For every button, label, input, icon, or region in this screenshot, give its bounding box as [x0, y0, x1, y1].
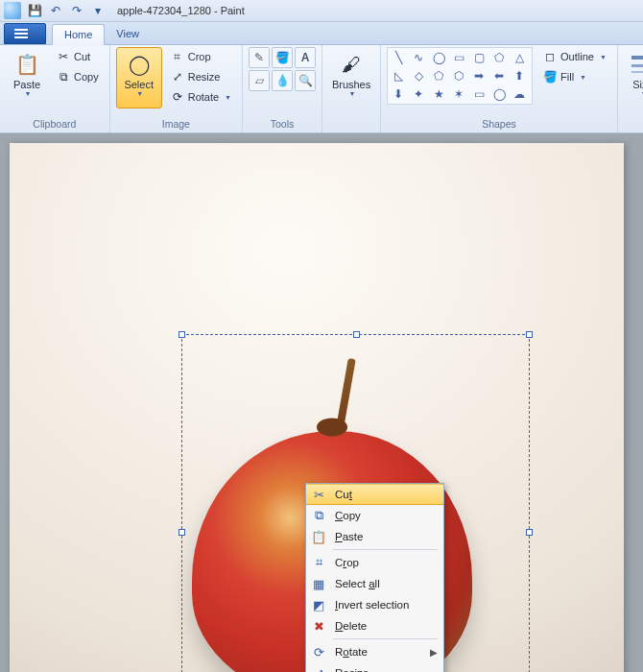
color-picker-tool[interactable]: 💧 — [272, 70, 293, 91]
rotate-label: Rotate — [188, 91, 219, 103]
group-tools: ✎ 🪣 A ▱ 💧 🔍 Tools — [243, 45, 322, 132]
shape-diamond[interactable]: ◇ — [410, 68, 427, 84]
chevron-right-icon: ▶ — [430, 647, 438, 658]
save-button[interactable]: 💾 — [25, 2, 44, 19]
ctx-paste-label: Paste — [335, 531, 363, 542]
ctx-invert-selection-label: Invert selection — [335, 599, 409, 611]
paste-button[interactable]: 📋 Paste ▼ — [6, 47, 48, 108]
handle-nw[interactable] — [179, 331, 185, 338]
group-title-image: Image — [162, 117, 190, 132]
shape-fill-button[interactable]: 🪣 Fill ▼ — [538, 67, 611, 86]
pencil-tool[interactable]: ✎ — [249, 47, 270, 68]
window-title: apple-472304_1280 - Paint — [117, 5, 245, 16]
context-menu: ✂ Cut ⧉ Copy 📋 Paste ⌗ Crop ▦ Select all… — [305, 483, 444, 672]
chevron-down-icon: ▼ — [136, 90, 143, 97]
tab-view[interactable]: View — [105, 23, 151, 44]
magnifier-tool[interactable]: 🔍 — [295, 70, 316, 91]
ctx-rotate[interactable]: ⟳ Rotate ▶ — [306, 641, 443, 662]
ctx-crop[interactable]: ⌗ Crop — [306, 552, 443, 573]
handle-n[interactable] — [353, 331, 360, 338]
chevron-down-icon: ▼ — [25, 90, 32, 97]
rotate-button[interactable]: ⟳ Rotate ▼ — [166, 87, 236, 107]
handle-e[interactable] — [526, 529, 533, 536]
undo-button[interactable]: ↶ — [46, 2, 65, 19]
select-all-icon: ▦ — [310, 577, 327, 591]
resize-icon: ⤢ — [310, 666, 327, 673]
fill-tool[interactable]: 🪣 — [272, 47, 293, 68]
select-button[interactable]: ◯ Select ▼ — [116, 47, 162, 108]
shape-oval[interactable]: ◯ — [430, 50, 447, 65]
rotate-icon: ⟳ — [310, 645, 327, 660]
redo-button[interactable]: ↷ — [67, 2, 86, 19]
shape-arrowr[interactable]: ➡ — [470, 68, 488, 84]
shape-pentagon[interactable]: ⬠ — [430, 68, 447, 84]
app-icon — [4, 2, 21, 19]
shape-6star[interactable]: ✶ — [450, 86, 467, 102]
chevron-down-icon: ▼ — [30, 31, 36, 37]
shape-curve[interactable]: ∿ — [410, 50, 427, 65]
shape-polygon[interactable]: ⬠ — [490, 50, 508, 65]
group-title-shapes: Shapes — [482, 117, 516, 132]
shape-arrowl[interactable]: ⬅ — [490, 68, 508, 84]
shape-callout[interactable]: ▭ — [470, 86, 488, 102]
shape-cloud[interactable]: ☁ — [511, 86, 528, 102]
canvas[interactable]: ✂ Cut ⧉ Copy 📋 Paste ⌗ Crop ▦ Select all… — [10, 143, 624, 672]
shape-arrowu[interactable]: ⬆ — [511, 68, 528, 84]
scissors-icon: ✂ — [57, 50, 70, 63]
shape-triangle[interactable]: △ — [511, 50, 528, 65]
outline-icon: ◻ — [543, 50, 557, 63]
shape-rect[interactable]: ▭ — [450, 50, 467, 65]
copy-button[interactable]: ⧉ Copy — [52, 67, 104, 86]
shape-roundrect[interactable]: ▢ — [470, 50, 488, 65]
copy-label: Copy — [74, 71, 99, 83]
shape-gallery[interactable]: ╲ ∿ ◯ ▭ ▢ ⬠ △ ◺ ◇ ⬠ ⬡ ➡ ⬅ ⬆ ⬇ ✦ ★ ✶ ▭ ◯ — [387, 47, 533, 105]
cut-button[interactable]: ✂ Cut — [52, 47, 104, 66]
shape-rtriangle[interactable]: ◺ — [390, 68, 407, 84]
brushes-button[interactable]: 🖌 Brushes ▼ — [328, 47, 374, 108]
clipboard-icon: 📋 — [13, 50, 40, 79]
shape-hexagon[interactable]: ⬡ — [450, 68, 467, 84]
resize-icon: ⤢ — [171, 70, 184, 84]
handle-w[interactable] — [179, 529, 185, 536]
eraser-tool[interactable]: ▱ — [249, 70, 270, 91]
resize-button[interactable]: ⤢ Resize — [166, 67, 236, 86]
ctx-resize[interactable]: ⤢ Resize — [306, 662, 443, 672]
shape-line[interactable]: ╲ — [390, 50, 407, 65]
canvas-area[interactable]: ✂ Cut ⧉ Copy 📋 Paste ⌗ Crop ▦ Select all… — [0, 133, 643, 672]
ctx-delete[interactable]: ✖ Delete — [306, 615, 443, 636]
ctx-cut[interactable]: ✂ Cut — [306, 484, 443, 505]
ctx-select-all[interactable]: ▦ Select all — [306, 573, 443, 594]
shape-5star[interactable]: ★ — [430, 86, 447, 102]
shape-4star[interactable]: ✦ — [410, 86, 427, 102]
ctx-invert-selection[interactable]: ◩ Invert selection — [306, 594, 443, 615]
group-title-tools: Tools — [271, 117, 295, 132]
shape-arrowd[interactable]: ⬇ — [390, 86, 407, 102]
shape-outline-button[interactable]: ◻ Outline ▼ — [538, 47, 611, 66]
cut-label: Cut — [74, 51, 90, 62]
crop-label: Crop — [188, 51, 211, 62]
menu-icon — [14, 29, 28, 38]
handle-ne[interactable] — [526, 331, 533, 338]
ctx-rotate-label: Rotate — [335, 646, 368, 658]
file-menu-button[interactable]: ▼ — [4, 23, 46, 44]
ctx-resize-label: Resize — [335, 667, 369, 672]
size-label: Size — [632, 79, 643, 90]
stroke-width-icon — [630, 50, 643, 79]
crop-icon: ⌗ — [310, 555, 327, 570]
chevron-down-icon: ▼ — [349, 90, 356, 97]
qat-customize[interactable]: ▾ — [88, 2, 107, 19]
text-tool[interactable]: A — [295, 47, 316, 68]
size-button[interactable]: Size ▼ — [624, 47, 643, 108]
copy-icon: ⧉ — [57, 70, 70, 84]
ctx-copy[interactable]: ⧉ Copy — [306, 505, 443, 526]
tool-grid: ✎ 🪣 A ▱ 💧 🔍 — [249, 47, 316, 91]
fill-icon: 🪣 — [543, 70, 557, 84]
crop-button[interactable]: ⌗ Crop — [166, 47, 236, 66]
ctx-paste[interactable]: 📋 Paste — [306, 526, 443, 547]
scissors-icon: ✂ — [310, 488, 327, 502]
tab-home[interactable]: Home — [52, 24, 105, 45]
shape-callout2[interactable]: ◯ — [490, 86, 508, 102]
ctx-select-all-label: Select all — [335, 578, 380, 589]
group-shapes: ╲ ∿ ◯ ▭ ▢ ⬠ △ ◺ ◇ ⬠ ⬡ ➡ ⬅ ⬆ ⬇ ✦ ★ ✶ ▭ ◯ — [381, 45, 618, 132]
clipboard-icon: 📋 — [310, 530, 327, 544]
